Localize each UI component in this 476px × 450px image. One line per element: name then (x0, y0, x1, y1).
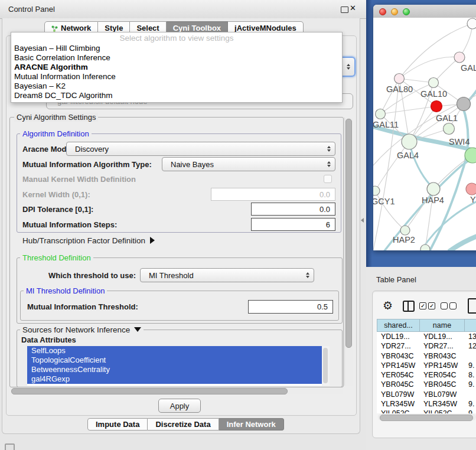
table-cell[interactable]: 9. (464, 399, 476, 409)
table-row[interactable]: YDR27...YDR27...12 (377, 341, 476, 351)
table-cell[interactable]: YER054C (377, 370, 419, 380)
settings-vertical-scrollbar[interactable] (344, 118, 353, 386)
mi-threshold-field[interactable]: 0.5 (248, 300, 333, 314)
algorithm-option[interactable]: Bayesian – Hill Climbing (11, 44, 342, 53)
table-cell[interactable]: YBR045C (377, 380, 419, 389)
table-cell[interactable]: YIL052C (377, 409, 419, 413)
table-cell[interactable]: YBR043C (377, 351, 419, 361)
network-node[interactable] (466, 183, 476, 195)
table-cell[interactable] (464, 390, 476, 399)
columns-icon[interactable] (403, 301, 415, 312)
algorithm-option[interactable]: Mutual Information Inference (11, 72, 342, 81)
table-cell[interactable]: 9 (464, 409, 476, 413)
network-node[interactable] (373, 186, 380, 195)
select-all-icon[interactable]: ✓ (428, 302, 435, 309)
attribute-list-item[interactable]: SelfLoops (27, 346, 322, 356)
algorithm-option[interactable]: Dream8 DC_TDC Algorithm (11, 91, 342, 100)
table-cell[interactable]: 9. (464, 380, 476, 389)
table-cell[interactable]: YDR27... (419, 341, 464, 351)
tab-infer-network[interactable]: Infer Network (219, 418, 284, 431)
table-cell[interactable]: YLR345W (377, 399, 419, 409)
select-all-icon[interactable]: ✓ (419, 302, 426, 309)
table-row[interactable]: YBR043CYBR043C (377, 351, 476, 361)
table-row[interactable]: YLR345WYLR345W9. (377, 399, 476, 409)
table-cell[interactable]: 8. (464, 370, 476, 380)
table-cell[interactable]: YDL19... (377, 332, 419, 341)
float-panel-icon[interactable] (341, 6, 348, 13)
manual-kernel-checkbox[interactable] (324, 175, 332, 183)
apply-button[interactable]: Apply (158, 399, 201, 413)
algorithm-option[interactable]: Bayesian – K2 (11, 81, 342, 91)
network-canvas[interactable]: GALGAL80GAL10GAL1GAL11GAL4SWI4YHAP4GCY1H… (373, 18, 476, 250)
attribute-list-item[interactable]: gal4RGexp (27, 374, 322, 384)
table-cell[interactable]: 12 (464, 341, 476, 351)
network-node[interactable] (444, 123, 455, 135)
zoom-light-icon[interactable] (403, 8, 410, 15)
algorithm-option[interactable]: ARACNE Algorithm (11, 63, 342, 72)
collapsed-panel-icon[interactable] (5, 444, 15, 450)
table-cell[interactable]: YBL079W (377, 390, 419, 399)
network-node[interactable] (429, 78, 439, 88)
table-cell[interactable]: YPR145W (377, 361, 419, 370)
network-node[interactable] (467, 18, 476, 29)
table-row[interactable]: YER054CYER054C8. (377, 370, 476, 380)
kernel-width-field[interactable]: 0.0 (211, 188, 335, 201)
table-row[interactable]: YDL19...YDL19...13 (377, 332, 476, 341)
table-horizontal-scrollbar[interactable] (378, 414, 476, 420)
table-cell[interactable]: YLR345W (419, 399, 464, 409)
attributes-scrollbar[interactable] (322, 346, 330, 386)
table-cell[interactable]: YDR27... (377, 341, 419, 351)
table-row[interactable]: YBL079WYBL079W (377, 390, 476, 399)
network-window-titlebar[interactable] (373, 5, 476, 18)
network-node[interactable] (427, 182, 440, 195)
network-node[interactable] (376, 109, 386, 119)
table-cell[interactable]: 9. (464, 361, 476, 370)
minimize-light-icon[interactable] (391, 8, 398, 15)
document-icon[interactable] (468, 298, 476, 314)
network-view-window: GALGAL80GAL10GAL1GAL11GAL4SWI4YHAP4GCY1H… (373, 5, 476, 250)
network-node[interactable] (400, 226, 410, 235)
close-icon[interactable]: ✕ (350, 4, 356, 12)
network-node[interactable] (395, 74, 405, 84)
table-row[interactable]: YPR145WYPR145W9. (377, 361, 476, 370)
table-column-header[interactable]: shared... (377, 319, 419, 332)
deselect-all-icon[interactable] (441, 302, 448, 309)
table-cell[interactable]: YER054C (419, 370, 464, 380)
tab-label: Network (61, 24, 91, 32)
close-light-icon[interactable] (379, 8, 386, 15)
table-cell[interactable]: YIL052C (419, 409, 464, 413)
gear-icon[interactable]: ⚙ (383, 299, 393, 312)
network-node[interactable] (402, 134, 417, 149)
table-cell[interactable]: YBR043C (419, 351, 464, 361)
network-node[interactable] (420, 244, 430, 250)
table-row[interactable]: YBR045CYBR045C9. (377, 380, 476, 389)
dpi-tolerance-field[interactable]: 0.0 (251, 203, 335, 216)
table-cell[interactable]: YPR145W (419, 361, 464, 370)
table-cell[interactable]: 13 (464, 332, 476, 341)
table-cell[interactable]: YDL19... (419, 332, 464, 341)
network-node[interactable] (431, 101, 442, 112)
table-column-header[interactable]: A (464, 319, 476, 332)
tab-impute-data[interactable]: Impute Data (87, 418, 148, 431)
hub-definition-toggle[interactable]: Hub/Transcription Factor Definition (22, 236, 155, 245)
tab-discretize-data[interactable]: Discretize Data (148, 418, 219, 431)
network-node[interactable] (457, 97, 471, 111)
which-threshold-combo[interactable]: MI Threshold (140, 268, 314, 282)
table-cell[interactable] (464, 351, 476, 361)
settings-horizontal-scrollbar[interactable] (10, 387, 343, 394)
sources-toggle[interactable]: Sources for Network Inference (20, 325, 144, 334)
aracne-mode-combo[interactable]: Discovery (66, 142, 335, 156)
splitter-collapse-arrow[interactable] (361, 218, 364, 223)
deselect-all-icon[interactable] (449, 302, 457, 309)
table-cell[interactable]: YBL079W (419, 390, 464, 399)
network-node[interactable] (454, 52, 465, 63)
mi-type-combo[interactable]: Naive Bayes (162, 157, 335, 171)
which-threshold-label: Which threshold to use: (48, 271, 136, 280)
table-row[interactable]: YIL052CYIL052C9 (377, 409, 476, 413)
algorithm-option[interactable]: Basic Correlation Inference (11, 53, 342, 63)
table-cell[interactable]: YBR045C (419, 380, 464, 389)
attribute-list-item[interactable]: BetweennessCentrality (27, 365, 322, 374)
table-column-header[interactable]: name (419, 319, 464, 332)
attribute-list-item[interactable]: TopologicalCoefficient (27, 356, 322, 365)
mi-steps-field[interactable]: 6 (251, 218, 335, 231)
